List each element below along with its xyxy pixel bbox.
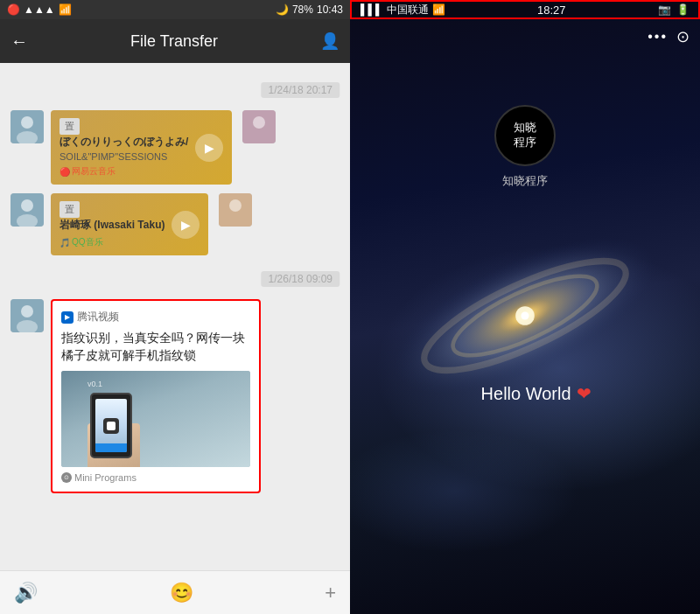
news-image: v0.1 bbox=[61, 371, 250, 467]
play-button-1[interactable]: ▶ bbox=[195, 134, 223, 162]
left-status-bar: 🔴 ▲▲▲ 📶 🌙 78% 10:43 bbox=[0, 0, 350, 19]
left-header: ← File Transfer 👤 bbox=[0, 19, 350, 63]
netease-icon: 🔴 bbox=[60, 167, 70, 177]
wechat-icon: 🔴 bbox=[7, 3, 20, 16]
signal-icon: ▲▲▲ bbox=[24, 3, 55, 16]
right-status-bar: ▌▌▌ 中国联通 📶 18:27 📷 🔋 bbox=[350, 0, 700, 19]
music-source-1: 🔴 网易云音乐 bbox=[60, 165, 188, 178]
page-title: File Transfer bbox=[130, 32, 218, 51]
scan-button[interactable]: ⊙ bbox=[676, 27, 690, 46]
add-button[interactable]: + bbox=[325, 582, 336, 604]
left-status-left: 🔴 ▲▲▲ 📶 bbox=[7, 3, 72, 16]
camera-icon: 📷 bbox=[658, 3, 671, 16]
music-card-1[interactable]: 置 ぼくのりりっくのぼうよみ/ SOIL&"PIMP"SESSIONS 🔴 网易… bbox=[51, 110, 232, 185]
battery-level: 78% bbox=[292, 3, 313, 16]
wifi-icon: 📶 bbox=[59, 3, 72, 16]
right-status-left: ▌▌▌ 中国联通 📶 bbox=[360, 3, 445, 17]
music-subtitle-1: SOIL&"PIMP"SESSIONS bbox=[60, 151, 188, 162]
music-card-2[interactable]: 置 岩崎琢 (Iwasaki Taku) 🎵 QQ音乐 ▶ bbox=[51, 193, 208, 255]
news-source: ▶ 腾讯视频 bbox=[61, 310, 250, 324]
news-card[interactable]: ▶ 腾讯视频 指纹识别，当真安全吗？网传一块橘子皮就可解手机指纹锁 bbox=[51, 299, 261, 493]
heart-icon: ❤ bbox=[577, 383, 592, 404]
signal-bars-icon: ▌▌▌ bbox=[360, 3, 383, 16]
avatar-1 bbox=[10, 110, 44, 143]
mini-program-full-name: 知晓程序 bbox=[502, 173, 548, 189]
mini-programs-icon: ⊙ bbox=[61, 472, 72, 483]
music-title-2: 岩崎琢 (Iwasaki Taku) bbox=[60, 218, 164, 233]
wifi-icon-right: 📶 bbox=[432, 3, 445, 16]
date-label-2: 1/26/18 09:09 bbox=[262, 271, 340, 287]
more-options-button[interactable]: ••• bbox=[648, 29, 668, 45]
right-status-right: 📷 🔋 bbox=[658, 3, 690, 16]
avatar-thumb-2 bbox=[219, 193, 252, 227]
date-divider-2: 1/26/18 09:09 bbox=[10, 264, 340, 294]
music-source-2: 🎵 QQ音乐 bbox=[60, 236, 164, 248]
mini-program-circle: 知晓 程序 bbox=[494, 105, 556, 166]
hello-world-container: Hello World ❤ bbox=[481, 383, 592, 404]
qq-music-icon: 🎵 bbox=[60, 238, 70, 248]
music-label-1: 置 bbox=[60, 118, 80, 135]
right-time-display: 18:27 bbox=[537, 3, 566, 17]
app-top-bar: ••• ⊙ bbox=[350, 19, 700, 54]
play-button-2[interactable]: ▶ bbox=[172, 211, 200, 239]
date-divider-1: 1/24/18 20:17 bbox=[10, 75, 340, 105]
back-button[interactable]: ← bbox=[10, 31, 28, 52]
carrier-label: 中国联通 bbox=[387, 3, 429, 17]
mini-program-icon[interactable]: 知晓 程序 知晓程序 bbox=[494, 105, 556, 189]
galaxy-spiral bbox=[368, 228, 682, 403]
left-panel: 🔴 ▲▲▲ 📶 🌙 78% 10:43 ← File Transfer 👤 1/… bbox=[0, 0, 350, 614]
left-status-right: 🌙 78% 10:43 bbox=[276, 3, 343, 16]
mini-program-name-line1: 知晓 bbox=[514, 121, 536, 136]
news-title: 指纹识别，当真安全吗？网传一块橘子皮就可解手机指纹锁 bbox=[61, 330, 250, 364]
hello-world-text: Hello World bbox=[481, 384, 571, 404]
chat-area: 1/24/18 20:17 置 ぼくのりりっくのぼうよみ/ SOIL&"PIMP… bbox=[0, 63, 350, 570]
right-panel: ▌▌▌ 中国联通 📶 18:27 📷 🔋 ••• ⊙ 知晓 程序 知晓程序 He… bbox=[350, 0, 700, 614]
message-row-music1: 置 ぼくのりりっくのぼうよみ/ SOIL&"PIMP"SESSIONS 🔴 网易… bbox=[10, 110, 340, 185]
news-image-overlay: v0.1 bbox=[61, 371, 250, 467]
avatar-3 bbox=[10, 299, 44, 332]
date-label-1: 1/24/18 20:17 bbox=[262, 82, 340, 98]
music-title-1: ぼくのりりっくのぼうよみ/ bbox=[60, 135, 188, 150]
no-disturb-icon: 🌙 bbox=[276, 3, 289, 16]
music-card-2-content: 置 岩崎琢 (Iwasaki Taku) 🎵 QQ音乐 bbox=[60, 200, 164, 248]
emoji-button[interactable]: 😊 bbox=[170, 582, 193, 604]
svg-point-4 bbox=[253, 116, 265, 129]
avatar-thumb-1 bbox=[242, 110, 276, 143]
voice-button[interactable]: 🔊 bbox=[14, 582, 38, 604]
mini-program-name-line2: 程序 bbox=[514, 136, 536, 150]
avatar-2 bbox=[10, 193, 44, 227]
time-display: 10:43 bbox=[317, 3, 343, 16]
svg-point-6 bbox=[21, 199, 33, 212]
music-label-2: 置 bbox=[60, 201, 80, 218]
svg-point-1 bbox=[21, 116, 33, 129]
message-row-news: ▶ 腾讯视频 指纹识别，当真安全吗？网传一块橘子皮就可解手机指纹锁 bbox=[10, 299, 340, 493]
svg-point-11 bbox=[21, 305, 33, 317]
bottom-bar: 🔊 😊 + bbox=[0, 570, 350, 614]
svg-point-9 bbox=[229, 199, 242, 212]
svg-point-18 bbox=[522, 312, 529, 320]
message-row-music2: 置 岩崎琢 (Iwasaki Taku) 🎵 QQ音乐 ▶ bbox=[10, 193, 340, 255]
battery-icon: 🔋 bbox=[676, 3, 690, 16]
profile-button[interactable]: 👤 bbox=[320, 31, 340, 51]
tencent-video-icon: ▶ bbox=[61, 311, 74, 324]
music-card-1-content: 置 ぼくのりりっくのぼうよみ/ SOIL&"PIMP"SESSIONS 🔴 网易… bbox=[60, 117, 188, 178]
mini-programs-label: ⊙ Mini Programs bbox=[61, 472, 250, 483]
